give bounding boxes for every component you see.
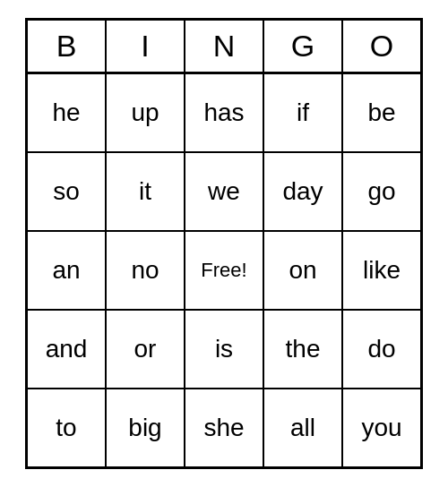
cell-0-3: if — [263, 73, 342, 152]
cell-0-1: up — [106, 73, 185, 152]
bingo-row-1: soitwedaygo — [27, 152, 421, 231]
cell-2-0: an — [27, 231, 106, 310]
cell-1-1: it — [106, 152, 185, 231]
cell-4-1: big — [106, 389, 185, 467]
cell-0-4: be — [342, 73, 421, 152]
cell-2-3: on — [263, 231, 342, 310]
cell-3-1: or — [106, 310, 185, 389]
cell-4-0: to — [27, 389, 106, 467]
header-cell-g: G — [263, 20, 342, 73]
cell-0-2: has — [185, 73, 263, 152]
cell-1-4: go — [342, 152, 421, 231]
bingo-card: BINGO heuphasifbesoitwedaygoannoFree!onl… — [25, 18, 423, 469]
cell-2-2: Free! — [185, 231, 263, 310]
bingo-row-3: andoristhedo — [27, 310, 421, 389]
cell-2-1: no — [106, 231, 185, 310]
cell-3-2: is — [185, 310, 263, 389]
cell-3-0: and — [27, 310, 106, 389]
header-cell-b: B — [27, 20, 106, 73]
cell-3-3: the — [263, 310, 342, 389]
cell-1-3: day — [263, 152, 342, 231]
cell-4-4: you — [342, 389, 421, 467]
cell-4-3: all — [263, 389, 342, 467]
header-cell-n: N — [185, 20, 263, 73]
bingo-row-0: heuphasifbe — [27, 73, 421, 152]
cell-3-4: do — [342, 310, 421, 389]
cell-0-0: he — [27, 73, 106, 152]
cell-1-0: so — [27, 152, 106, 231]
bingo-row-2: annoFree!onlike — [27, 231, 421, 310]
header-cell-o: O — [342, 20, 421, 73]
cell-4-2: she — [185, 389, 263, 467]
header-cell-i: I — [106, 20, 185, 73]
bingo-row-4: tobigsheallyou — [27, 389, 421, 467]
cell-2-4: like — [342, 231, 421, 310]
bingo-header-row: BINGO — [27, 20, 421, 73]
cell-1-2: we — [185, 152, 263, 231]
